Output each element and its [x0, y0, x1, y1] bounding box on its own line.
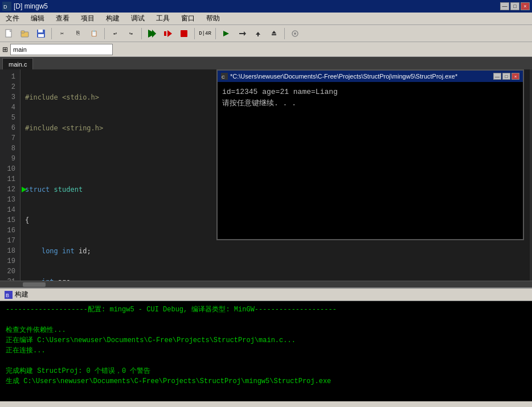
svg-marker-11	[167, 30, 172, 37]
build-panel: B 构建 --------------------配置: mingw5 - CU…	[0, 287, 532, 401]
build-output: --------------------配置: mingw5 - CUI Deb…	[0, 301, 532, 401]
debug-run-button[interactable]: D|4R	[198, 27, 212, 40]
line-num: 1	[5, 72, 15, 82]
svg-point-21	[294, 32, 296, 35]
right-margin	[530, 69, 532, 281]
function-dropdown[interactable]: main	[10, 44, 113, 55]
svg-rect-17	[257, 35, 259, 36]
paste-button[interactable]: 📋	[87, 27, 101, 40]
menu-project[interactable]: 项目	[77, 13, 98, 24]
stop-button[interactable]	[177, 27, 191, 40]
function-icon: ⊞	[2, 46, 8, 54]
save-button[interactable]	[34, 27, 48, 40]
svg-marker-16	[256, 32, 260, 35]
code-editor[interactable]: 1 2 3 4 5 6 7 8 9 10 11 12 13 14 15 16 1…	[0, 69, 532, 281]
console-output: id=12345 age=21 name=Liang 请按任意键继续. . .	[218, 82, 523, 114]
run-button[interactable]	[161, 27, 175, 40]
build-check-deps: 检查文件依赖性...	[6, 325, 526, 335]
build-linking: 正在连接...	[6, 346, 526, 356]
debug-arrow-indicator	[22, 187, 27, 192]
svg-rect-12	[181, 30, 187, 37]
close-button[interactable]: ×	[521, 2, 530, 10]
menu-tools[interactable]: 工具	[153, 13, 173, 24]
maximize-button[interactable]: □	[510, 2, 519, 10]
tab-main-c[interactable]: main.c	[2, 58, 33, 69]
svg-rect-4	[21, 31, 24, 33]
debug-continue-button[interactable]	[219, 27, 233, 40]
line-num: 7	[5, 133, 15, 143]
line-num: 20	[5, 266, 15, 277]
toolbar-sep-6	[284, 28, 285, 39]
line-num: 19	[5, 256, 15, 266]
window-controls: — □ ×	[500, 2, 530, 10]
line-num: 14	[5, 205, 15, 215]
svg-rect-10	[164, 31, 166, 36]
misc-button[interactable]	[288, 27, 302, 40]
copy-button[interactable]: ⎘	[71, 27, 85, 40]
line-num: 10	[5, 164, 15, 174]
console-title-text: *C:\Users\newuser\Documents\C-Free\Proje…	[230, 73, 491, 80]
tab-bar: main.c	[0, 57, 532, 69]
cut-button[interactable]: ✂	[55, 27, 69, 40]
svg-rect-7	[38, 34, 44, 37]
line-num: 12	[5, 184, 15, 195]
new-file-button[interactable]	[2, 27, 16, 40]
line-num: 21	[5, 277, 15, 281]
build-icon: B	[5, 291, 13, 299]
svg-marker-15	[244, 31, 246, 36]
title-bar: D [D] mingw5 — □ ×	[0, 0, 532, 13]
code-h-scrollbar[interactable]	[0, 281, 532, 287]
console-minimize-button[interactable]: —	[493, 73, 501, 80]
svg-marker-18	[272, 31, 276, 34]
line-num: 2	[5, 82, 15, 92]
svg-rect-19	[272, 34, 276, 35]
minimize-button[interactable]: —	[500, 2, 509, 10]
build-panel-header: B 构建	[0, 289, 532, 301]
menu-view[interactable]: 查看	[52, 13, 73, 24]
menu-build[interactable]: 构建	[103, 13, 123, 24]
code-line-6: long int id;	[25, 246, 527, 256]
app-icon: D	[2, 2, 11, 11]
toolbar-sep-2	[104, 28, 105, 39]
debug-step-out-button[interactable]	[267, 27, 281, 40]
function-selector[interactable]: main	[10, 44, 113, 55]
console-title-bar: C *C:\Users\newuser\Documents\C-Free\Pro…	[218, 71, 523, 82]
line-num: 6	[5, 123, 15, 133]
build-empty-1	[6, 315, 526, 325]
secondary-toolbar: ⊞ main	[0, 42, 532, 57]
line-num: 8	[5, 143, 15, 154]
debug-step-over-button[interactable]	[235, 27, 249, 40]
svg-text:C: C	[222, 75, 225, 80]
build-output-path: 生成 C:\Users\newuser\Documents\C-Free\Pro…	[6, 376, 526, 387]
build-empty-2	[6, 356, 526, 366]
line-num: 9	[5, 154, 15, 164]
line-numbers: 1 2 3 4 5 6 7 8 9 10 11 12 13 14 15 16 1…	[0, 69, 21, 281]
console-output-line-2: 请按任意键继续. . .	[222, 98, 518, 109]
console-close-button[interactable]: ×	[511, 73, 519, 80]
toolbar-sep-5	[215, 28, 216, 39]
open-file-button[interactable]	[18, 27, 32, 40]
console-maximize-button[interactable]: □	[502, 73, 510, 80]
line-num: 3	[5, 92, 15, 102]
menu-help[interactable]: 帮助	[203, 13, 223, 24]
svg-text:D: D	[3, 4, 7, 10]
debug-step-into-button[interactable]	[251, 27, 265, 40]
line-num: 17	[5, 236, 15, 246]
menu-debug[interactable]: 调试	[128, 13, 148, 24]
line-num: 5	[5, 113, 15, 123]
menu-file[interactable]: 文件	[2, 13, 23, 24]
redo-button[interactable]: ↪	[124, 27, 138, 40]
menu-window[interactable]: 窗口	[178, 13, 198, 24]
line-num: 13	[5, 195, 15, 205]
main-toolbar: ✂ ⎘ 📋 ↩ ↪ D|4R	[0, 25, 532, 42]
scrollbar-thumb[interactable]	[23, 282, 46, 287]
build-compiling: 正在编译 C:\Users\newuser\Documents\C-Free\P…	[6, 335, 526, 346]
console-window-controls: — □ ×	[493, 73, 519, 80]
code-line-7: int age;	[25, 277, 527, 281]
build-complete: 完成构建 StructProj: 0 个错误，0 个警告	[6, 366, 526, 376]
undo-button[interactable]: ↩	[108, 27, 122, 40]
menu-edit[interactable]: 编辑	[27, 13, 48, 24]
svg-rect-6	[38, 30, 43, 32]
build-button[interactable]	[145, 27, 159, 40]
svg-text:B: B	[6, 293, 9, 298]
